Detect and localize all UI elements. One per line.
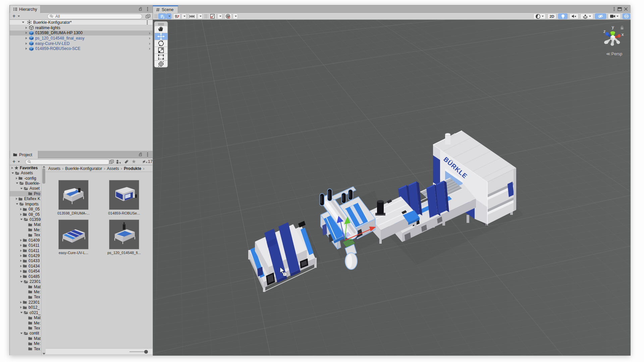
svg-text:y: y [612,24,614,29]
svg-text:x: x [622,32,624,37]
svg-text:≪ Persp: ≪ Persp [606,52,622,56]
svg-text:z: z [603,29,606,34]
svg-text:Y: Y [163,16,165,19]
